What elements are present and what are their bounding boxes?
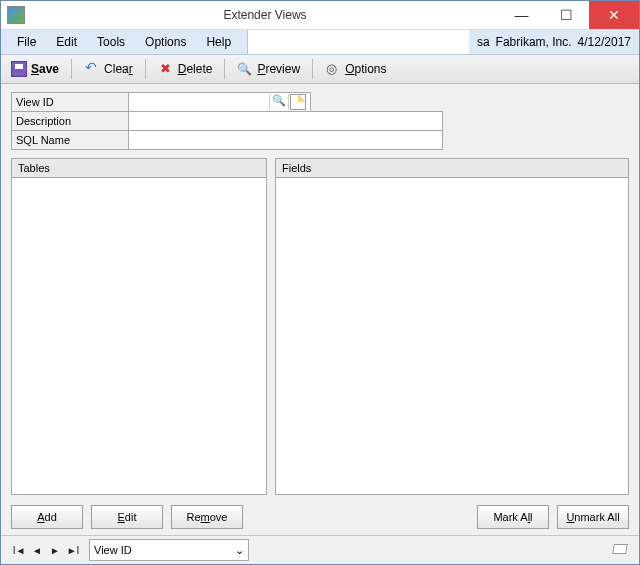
nav-sort-selector[interactable]: View ID ⌄ <box>89 539 249 561</box>
add-button[interactable]: Add <box>11 505 83 529</box>
toolbar-separator <box>71 59 72 79</box>
form-area: View ID Description SQL Name <box>1 84 639 154</box>
description-label: Description <box>12 112 129 130</box>
status-date: 4/12/2017 <box>578 35 631 49</box>
preview-icon <box>237 61 253 77</box>
maximize-button[interactable]: ☐ <box>544 1 589 29</box>
toolbar-separator <box>224 59 225 79</box>
delete-button[interactable]: Delete <box>152 58 219 80</box>
minimize-button[interactable]: — <box>499 1 544 29</box>
chevron-down-icon: ⌄ <box>235 544 244 557</box>
unmark-all-button[interactable]: Unmark All <box>557 505 629 529</box>
tables-list[interactable] <box>11 177 267 495</box>
toolbar-separator <box>312 59 313 79</box>
clear-icon <box>84 61 100 77</box>
close-button[interactable]: ✕ <box>589 1 639 29</box>
fields-list[interactable] <box>275 177 629 495</box>
panels-area: Tables Fields <box>1 154 639 501</box>
titlebar: Extender Views — ☐ ✕ <box>1 1 639 30</box>
edit-button[interactable]: Edit <box>91 505 163 529</box>
menu-tools[interactable]: Tools <box>87 35 135 49</box>
window-controls: — ☐ ✕ <box>499 1 639 29</box>
window-title: Extender Views <box>31 8 499 22</box>
viewid-input[interactable] <box>129 93 269 111</box>
menu-options[interactable]: Options <box>135 35 196 49</box>
menu-edit[interactable]: Edit <box>46 35 87 49</box>
tables-panel: Tables <box>11 158 267 495</box>
fields-header: Fields <box>275 158 629 177</box>
options-icon <box>325 61 341 77</box>
description-input[interactable] <box>129 112 442 130</box>
button-row: Add Edit Remove Mark All Unmark All <box>1 501 639 535</box>
app-icon <box>7 6 25 24</box>
lookup-icon <box>271 94 287 110</box>
note-icon <box>290 94 306 110</box>
nav-first-button[interactable]: I◄ <box>11 541 27 559</box>
mark-all-button[interactable]: Mark All <box>477 505 549 529</box>
viewid-lookup-button[interactable] <box>269 94 288 110</box>
sqlname-label: SQL Name <box>12 131 129 149</box>
status-user: sa <box>477 35 490 49</box>
status-company: Fabrikam, Inc. <box>496 35 572 49</box>
delete-icon <box>158 61 174 77</box>
menu-help[interactable]: Help <box>196 35 241 49</box>
toolbar-separator <box>145 59 146 79</box>
window-root: Extender Views — ☐ ✕ File Edit Tools Opt… <box>0 0 640 565</box>
viewid-note-button[interactable] <box>288 94 307 110</box>
preview-button[interactable]: Preview <box>231 58 306 80</box>
print-button[interactable] <box>611 542 629 558</box>
options-button[interactable]: Options <box>319 58 392 80</box>
remove-button[interactable]: Remove <box>171 505 243 529</box>
nav-prev-button[interactable]: ◄ <box>29 541 45 559</box>
nav-sort-value: View ID <box>94 544 132 556</box>
save-button[interactable]: Save <box>5 58 65 80</box>
menu-file[interactable]: File <box>7 35 46 49</box>
record-nav-bar: I◄ ◄ ► ►I View ID ⌄ <box>1 535 639 564</box>
save-icon <box>11 61 27 77</box>
toolbar: Save Clear Delete Preview Options <box>1 55 639 84</box>
clear-button[interactable]: Clear <box>78 58 139 80</box>
nav-last-button[interactable]: ►I <box>65 541 81 559</box>
nav-next-button[interactable]: ► <box>47 541 63 559</box>
viewid-label: View ID <box>12 93 129 111</box>
fields-panel: Fields <box>275 158 629 495</box>
tables-header: Tables <box>11 158 267 177</box>
menubar: File Edit Tools Options Help sa Fabrikam… <box>1 30 639 55</box>
sqlname-input[interactable] <box>129 131 442 149</box>
